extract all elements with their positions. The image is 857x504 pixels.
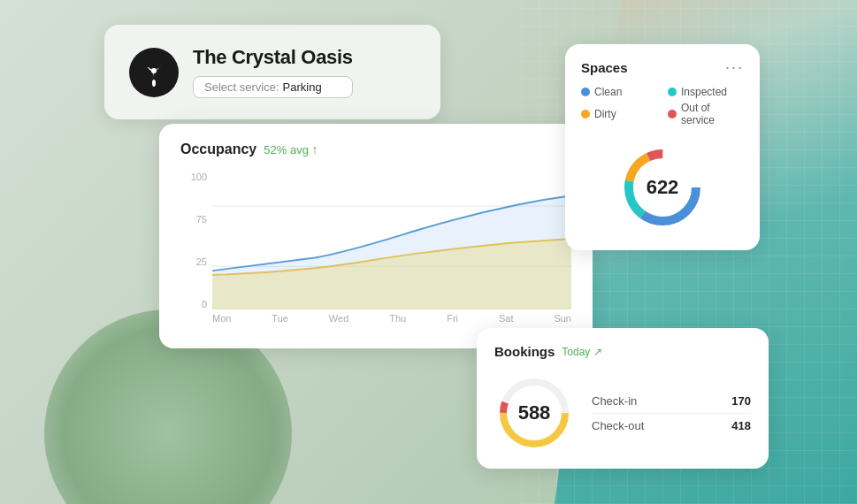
palm-tree-icon (140, 58, 168, 87)
inspected-label: Inspected (681, 86, 727, 98)
chart-svg-area (212, 172, 571, 309)
trend-up-icon: ↑ (311, 142, 318, 157)
dirty-dot (581, 110, 590, 118)
chart-svg (212, 172, 571, 309)
occupancy-title: Occupancy (180, 141, 256, 157)
occupancy-avg: 52% avg ↑ (264, 142, 318, 157)
bookings-total: 588 (494, 373, 574, 453)
spaces-header: Spaces ··· (581, 58, 744, 77)
hotel-logo (129, 48, 179, 97)
spaces-total: 622 (647, 176, 679, 199)
checkout-row: Check-out 418 (592, 414, 751, 438)
out-of-service-label: Out of service (681, 102, 744, 126)
bookings-trend-icon: ↗ (593, 346, 602, 358)
spaces-donut: 622 (581, 139, 744, 236)
service-label: Select service: (204, 80, 279, 94)
bookings-title: Bookings (494, 344, 555, 359)
occupancy-header: Occupancy 52% avg ↑ (180, 141, 571, 157)
clean-label: Clean (594, 86, 622, 98)
spaces-title: Spaces (581, 60, 628, 75)
bookings-header: Bookings Today ↗ (494, 344, 751, 359)
svg-point-0 (152, 80, 156, 87)
bookings-stats: Check-in 170 Check-out 418 (592, 389, 751, 438)
legend-inspected: Inspected (668, 86, 744, 98)
bookings-period: Today ↗ (562, 346, 601, 358)
service-value: Parking (283, 80, 322, 94)
occupancy-chart: 100 75 25 0 Mon Tue We (180, 172, 571, 331)
spaces-more-button[interactable]: ··· (725, 58, 744, 77)
checkin-label: Check-in (592, 394, 637, 408)
hotel-info: The Crystal Oasis Select service: Parkin… (193, 46, 353, 98)
legend-dirty: Dirty (581, 102, 657, 126)
spaces-legend: Clean Inspected Dirty Out of service (581, 86, 744, 126)
hotel-name: The Crystal Oasis (193, 46, 353, 69)
hotel-card: The Crystal Oasis Select service: Parkin… (104, 25, 440, 119)
clean-dot (581, 88, 590, 96)
service-badge[interactable]: Select service: Parking (193, 76, 353, 98)
checkout-label: Check-out (592, 419, 644, 432)
y-axis-labels: 100 75 25 0 (180, 172, 212, 309)
dirty-label: Dirty (594, 108, 616, 120)
bookings-card: Bookings Today ↗ 588 Check-in 170 Che (477, 328, 769, 469)
legend-clean: Clean (581, 86, 657, 98)
bookings-content: 588 Check-in 170 Check-out 418 (494, 373, 751, 453)
occupancy-card: Occupancy 52% avg ↑ 100 75 25 0 (159, 124, 593, 348)
out-of-service-dot (668, 110, 677, 118)
checkout-value: 418 (731, 419, 751, 432)
checkin-value: 170 (731, 394, 751, 408)
donut-center: 622 (647, 176, 679, 199)
svg-point-1 (151, 68, 157, 73)
inspected-dot (668, 88, 677, 96)
spaces-card: Spaces ··· Clean Inspected Dirty Out of … (565, 44, 760, 250)
bookings-gauge: 588 (494, 373, 574, 453)
legend-out-of-service: Out of service (668, 102, 744, 126)
checkin-row: Check-in 170 (592, 389, 751, 414)
